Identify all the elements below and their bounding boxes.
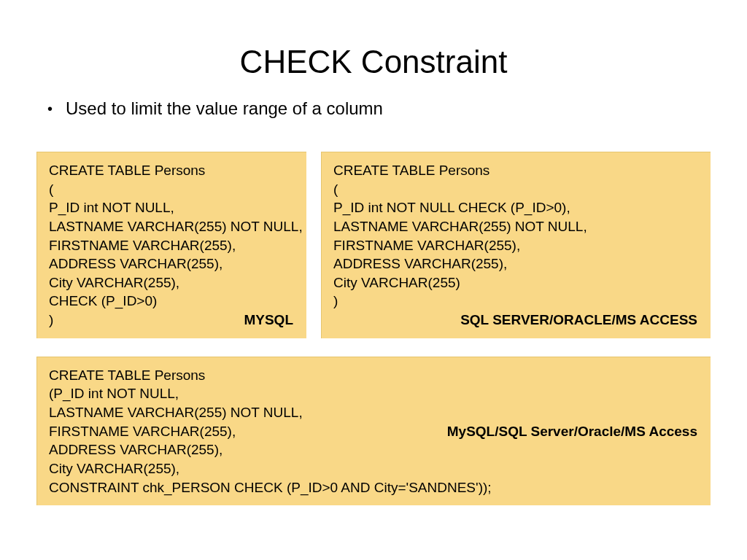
code-line: CREATE TABLE Persons: [333, 161, 699, 180]
code-box-label: MYSQL: [244, 311, 293, 330]
code-line: CONSTRAINT chk_PERSON CHECK (P_ID>0 AND …: [49, 478, 699, 497]
code-line: City VARCHAR(255),: [49, 459, 699, 478]
code-line: (P_ID int NOT NULL,: [49, 384, 699, 403]
code-box-label: MySQL/SQL Server/Oracle/MS Access: [447, 422, 697, 441]
code-line: City VARCHAR(255): [333, 273, 699, 292]
bullet-text: Used to limit the value range of a colum…: [66, 98, 383, 119]
slide-title: CHECK Constraint: [36, 44, 711, 80]
code-line: City VARCHAR(255),: [49, 273, 295, 292]
code-box-sqlserver: CREATE TABLE Persons ( P_ID int NOT NULL…: [321, 152, 711, 338]
code-box-combined: CREATE TABLE Persons (P_ID int NOT NULL,…: [36, 357, 711, 505]
code-line: LASTNAME VARCHAR(255) NOT NULL,: [49, 217, 295, 236]
code-line: LASTNAME VARCHAR(255) NOT NULL,: [333, 217, 699, 236]
code-line: (: [49, 180, 295, 199]
code-box-mysql: CREATE TABLE Persons ( P_ID int NOT NULL…: [36, 152, 306, 338]
code-row-top: CREATE TABLE Persons ( P_ID int NOT NULL…: [36, 152, 711, 338]
bullet-icon: •: [47, 101, 53, 116]
bullet-item: • Used to limit the value range of a col…: [36, 98, 711, 119]
slide: CHECK Constraint • Used to limit the val…: [0, 0, 747, 538]
code-line: CREATE TABLE Persons: [49, 366, 699, 385]
code-line: ADDRESS VARCHAR(255),: [49, 254, 295, 273]
code-line: LASTNAME VARCHAR(255) NOT NULL,: [49, 403, 699, 422]
code-line: ADDRESS VARCHAR(255),: [49, 440, 699, 459]
code-line: P_ID int NOT NULL,: [49, 198, 295, 217]
code-line: (: [333, 180, 699, 199]
code-row-bottom: CREATE TABLE Persons (P_ID int NOT NULL,…: [36, 357, 711, 505]
code-line: P_ID int NOT NULL CHECK (P_ID>0),: [333, 198, 699, 217]
code-line: CREATE TABLE Persons: [49, 161, 295, 180]
code-line: FIRSTNAME VARCHAR(255),: [49, 236, 295, 255]
code-line: ): [333, 292, 699, 311]
code-line: ADDRESS VARCHAR(255),: [333, 254, 699, 273]
code-line: CHECK (P_ID>0): [49, 292, 295, 311]
code-line: FIRSTNAME VARCHAR(255),: [333, 236, 699, 255]
code-box-label: SQL SERVER/ORACLE/MS ACCESS: [460, 311, 697, 330]
